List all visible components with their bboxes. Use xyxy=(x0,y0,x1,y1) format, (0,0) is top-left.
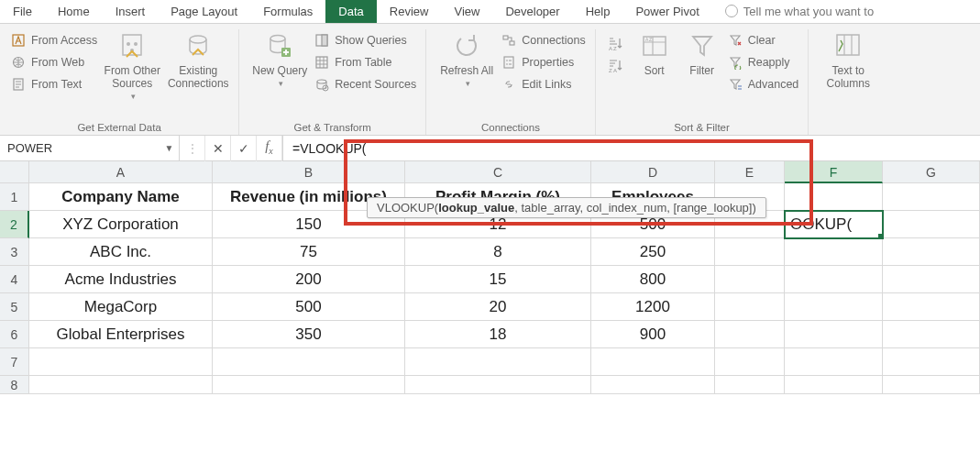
row-header-6[interactable]: 6 xyxy=(0,321,29,348)
cell-f5[interactable] xyxy=(785,293,883,321)
select-all-corner[interactable] xyxy=(0,161,29,183)
cell-a4[interactable]: Acme Industries xyxy=(29,266,213,293)
cell-a8[interactable] xyxy=(29,376,213,394)
cell-a2[interactable]: XYZ Corporation xyxy=(29,211,213,238)
cell-b3[interactable]: 75 xyxy=(213,238,405,266)
tab-data[interactable]: Data xyxy=(325,0,376,23)
cell-f6[interactable] xyxy=(785,321,883,348)
col-header-b[interactable]: B xyxy=(213,161,405,183)
cell-g8[interactable] xyxy=(883,376,980,394)
tell-me[interactable]: Tell me what you want to xyxy=(712,0,886,23)
col-header-e[interactable]: E xyxy=(715,161,785,183)
cell-d7[interactable] xyxy=(591,348,715,376)
cell-c4[interactable]: 15 xyxy=(405,266,591,293)
sort-button[interactable]: AZ Sort xyxy=(631,29,678,77)
cell-b7[interactable] xyxy=(213,348,405,376)
cell-d5[interactable]: 1200 xyxy=(591,293,715,321)
row-header-4[interactable]: 4 xyxy=(0,266,29,293)
cell-a1[interactable]: Company Name xyxy=(29,183,213,211)
cell-g4[interactable] xyxy=(883,266,980,293)
cell-e3[interactable] xyxy=(715,238,785,266)
from-other-sources-button[interactable]: From Other Sources▾ xyxy=(99,29,165,103)
tab-home[interactable]: Home xyxy=(45,0,103,23)
cell-a3[interactable]: ABC Inc. xyxy=(29,238,213,266)
cell-e8[interactable] xyxy=(715,376,785,394)
properties-button[interactable]: Properties xyxy=(500,53,588,72)
cell-e7[interactable] xyxy=(715,348,785,376)
from-access-button[interactable]: From Access xyxy=(9,31,99,50)
cell-b6[interactable]: 350 xyxy=(213,321,405,348)
cell-g5[interactable] xyxy=(883,293,980,321)
clear-button[interactable]: Clear xyxy=(726,31,801,50)
show-queries-button[interactable]: Show Queries xyxy=(313,31,418,50)
new-query-button[interactable]: New Query▾ xyxy=(247,29,313,90)
cell-e4[interactable] xyxy=(715,266,785,293)
cell-c7[interactable] xyxy=(405,348,591,376)
name-box[interactable] xyxy=(6,140,163,156)
cell-f4[interactable] xyxy=(785,266,883,293)
cell-c3[interactable]: 8 xyxy=(405,238,591,266)
refresh-all-button[interactable]: Refresh All▾ xyxy=(434,29,500,90)
text-to-columns-button[interactable]: Text to Columns xyxy=(816,29,880,90)
cell-e6[interactable] xyxy=(715,321,785,348)
from-table-button[interactable]: From Table xyxy=(313,53,418,72)
cell-g6[interactable] xyxy=(883,321,980,348)
sort-asc-button[interactable]: AZ xyxy=(603,35,627,53)
row-header-7[interactable]: 7 xyxy=(0,348,29,376)
cell-d4[interactable]: 800 xyxy=(591,266,715,293)
tab-view[interactable]: View xyxy=(441,0,492,23)
edit-links-button[interactable]: Edit Links xyxy=(500,75,588,94)
recent-sources-button[interactable]: Recent Sources xyxy=(313,75,418,94)
cell-a7[interactable] xyxy=(29,348,213,376)
row-header-1[interactable]: 1 xyxy=(0,183,29,211)
from-web-button[interactable]: From Web xyxy=(9,53,99,72)
tab-help[interactable]: Help xyxy=(573,0,623,23)
cell-f2[interactable]: OOKUP( xyxy=(785,211,883,238)
cell-g3[interactable] xyxy=(883,238,980,266)
connections-button[interactable]: Connections xyxy=(500,31,588,50)
cell-c8[interactable] xyxy=(405,376,591,394)
cell-g1[interactable] xyxy=(883,183,980,211)
cell-f7[interactable] xyxy=(785,348,883,376)
existing-connections-button[interactable]: Existing Connections xyxy=(165,29,231,90)
formula-input[interactable]: =VLOOKUP( xyxy=(283,136,980,160)
tab-formulas[interactable]: Formulas xyxy=(250,0,325,23)
col-header-f[interactable]: F xyxy=(785,161,883,183)
cell-c6[interactable]: 18 xyxy=(405,321,591,348)
cell-e5[interactable] xyxy=(715,293,785,321)
row-header-5[interactable]: 5 xyxy=(0,293,29,321)
tab-review[interactable]: Review xyxy=(377,0,442,23)
enter-button[interactable]: ✓ xyxy=(231,136,257,161)
tab-insert[interactable]: Insert xyxy=(103,0,159,23)
row-header-2[interactable]: 2 xyxy=(0,211,29,238)
cell-f8[interactable] xyxy=(785,376,883,394)
col-header-c[interactable]: C xyxy=(405,161,591,183)
tab-power-pivot[interactable]: Power Pivot xyxy=(622,0,711,23)
cell-a6[interactable]: Global Enterprises xyxy=(29,321,213,348)
cell-b4[interactable]: 200 xyxy=(213,266,405,293)
reapply-button[interactable]: Reapply xyxy=(726,53,801,72)
filter-button[interactable]: Filter xyxy=(678,29,726,77)
cell-d8[interactable] xyxy=(591,376,715,394)
cell-a5[interactable]: MegaCorp xyxy=(29,293,213,321)
cell-f1[interactable] xyxy=(785,183,883,211)
cell-d6[interactable]: 900 xyxy=(591,321,715,348)
row-header-3[interactable]: 3 xyxy=(0,238,29,266)
advanced-button[interactable]: Advanced xyxy=(726,75,801,94)
cell-c5[interactable]: 20 xyxy=(405,293,591,321)
tab-page-layout[interactable]: Page Layout xyxy=(158,0,250,23)
sort-desc-button[interactable]: ZA xyxy=(603,57,627,75)
row-header-8[interactable]: 8 xyxy=(0,376,29,394)
col-header-d[interactable]: D xyxy=(591,161,715,183)
insert-function-button[interactable]: fx xyxy=(257,133,282,164)
cell-d3[interactable]: 250 xyxy=(591,238,715,266)
cell-b5[interactable]: 500 xyxy=(213,293,405,321)
expand-button[interactable]: ⋮ xyxy=(180,136,205,161)
cell-g2[interactable] xyxy=(883,211,980,238)
col-header-a[interactable]: A xyxy=(29,161,213,183)
name-box-dropdown[interactable]: ▼ xyxy=(163,143,179,153)
tab-file[interactable]: File xyxy=(0,0,45,23)
tab-developer[interactable]: Developer xyxy=(492,0,572,23)
col-header-g[interactable]: G xyxy=(883,161,980,183)
cell-g7[interactable] xyxy=(883,348,980,376)
